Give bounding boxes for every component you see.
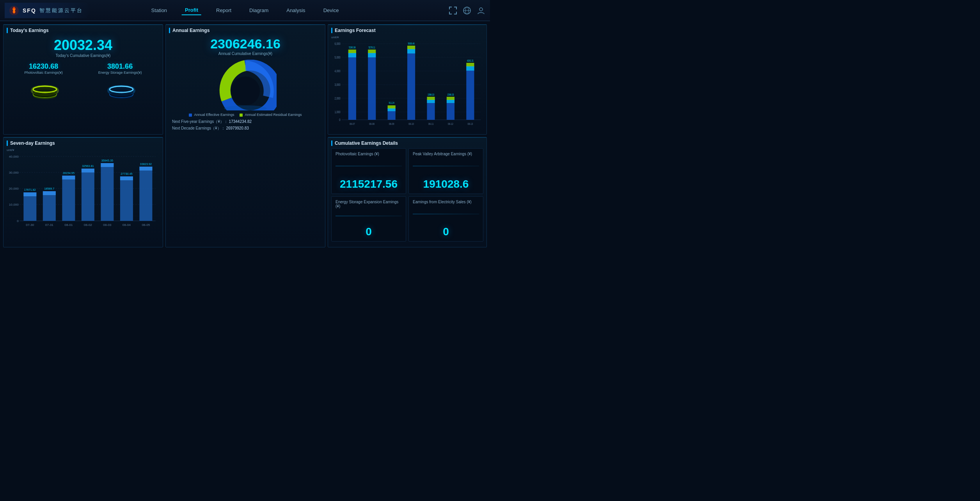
nav-station[interactable]: Station bbox=[148, 6, 170, 15]
pva-divider bbox=[413, 166, 479, 166]
ees-earnings-cell-value: 0 bbox=[413, 226, 479, 238]
svg-text:08-05: 08-05 bbox=[142, 223, 150, 227]
five-year-value: 17344234.82 bbox=[229, 119, 252, 124]
rings-row bbox=[7, 78, 160, 102]
svg-text:08-10: 08-10 bbox=[408, 122, 414, 125]
svg-text:08-02: 08-02 bbox=[84, 223, 92, 227]
main-content: Today's Earnings 20032.34 Today's Cumula… bbox=[0, 21, 490, 250]
svg-text:32563.81: 32563.81 bbox=[82, 165, 94, 168]
svg-text:911.24: 911.24 bbox=[389, 101, 394, 104]
svg-rect-95 bbox=[101, 163, 114, 167]
svg-text:33823.92: 33823.92 bbox=[140, 163, 152, 166]
pv-earnings-cell-value: 2115217.56 bbox=[336, 178, 402, 190]
svg-rect-60 bbox=[447, 97, 454, 100]
ese-earnings-cell-label: Energy Storage Expansion Earnings (¥) bbox=[336, 200, 402, 208]
svg-rect-86 bbox=[62, 176, 75, 221]
svg-text:27730.45: 27730.45 bbox=[121, 172, 132, 176]
svg-text:08-03: 08-03 bbox=[103, 223, 112, 227]
header: SFQ 智慧能源云平台 Station Profit Report Diagra… bbox=[0, 0, 490, 21]
svg-text:40,000: 40,000 bbox=[9, 155, 19, 158]
ese-earnings-cell: Energy Storage Expansion Earnings (¥) 0 bbox=[331, 196, 406, 242]
svg-text:07-31: 07-31 bbox=[45, 223, 54, 227]
svg-rect-87 bbox=[62, 176, 75, 179]
legend-row: Annual Effective Earnings Annual Estimat… bbox=[169, 113, 322, 117]
sevenday-title: Seven-day Earnings bbox=[7, 140, 160, 146]
cumulative-title: Cumulative Earnings Details bbox=[331, 140, 483, 146]
ees-earnings-cell-label: Earnings from Electricity Sales (¥) bbox=[413, 200, 479, 204]
svg-text:5,000: 5,000 bbox=[334, 55, 340, 60]
svg-text:30,000: 30,000 bbox=[9, 171, 19, 174]
user-icon[interactable] bbox=[477, 6, 485, 15]
svg-text:17671.82: 17671.82 bbox=[24, 188, 36, 192]
svg-rect-54 bbox=[427, 99, 435, 103]
svg-rect-34 bbox=[348, 53, 356, 57]
forecast-unit: unit/¥ bbox=[331, 36, 483, 39]
svg-rect-103 bbox=[139, 167, 152, 171]
es-ring bbox=[106, 78, 137, 102]
svg-rect-83 bbox=[43, 191, 56, 195]
today-big-number: 20032.34 bbox=[7, 37, 160, 53]
five-year-line: Next Five-year Earnings（¥）： 17344234.82 bbox=[172, 119, 319, 124]
legend-estimated: Annual Estimated Residual Earnings bbox=[240, 113, 302, 117]
globe-icon[interactable] bbox=[463, 6, 471, 15]
decade-line: Next Decade Earnings（¥）： 26979920.83 bbox=[172, 126, 319, 131]
nav-profit[interactable]: Profit bbox=[182, 5, 201, 15]
nav-device[interactable]: Device bbox=[320, 6, 342, 15]
ese-divider bbox=[336, 216, 402, 216]
svg-rect-94 bbox=[101, 163, 114, 221]
svg-text:08-12: 08-12 bbox=[448, 122, 453, 125]
cumulative-grid: Photovoltaic Earnings (¥) 2115217.56 Pea… bbox=[331, 148, 483, 242]
annual-label: Annual Cumulative Earnings(¥) bbox=[169, 52, 322, 56]
svg-rect-50 bbox=[407, 46, 415, 49]
pva-earnings-cell-label: Peak Valley Arbitrage Earnings (¥) bbox=[413, 152, 479, 156]
svg-rect-65 bbox=[466, 63, 474, 66]
annual-earnings-panel: Annual Earnings 2306246.16 Annual Cumula… bbox=[165, 24, 325, 247]
svg-rect-63 bbox=[466, 66, 474, 120]
svg-rect-38 bbox=[368, 53, 376, 120]
donut-container bbox=[169, 60, 322, 110]
forecast-chart: 0 1,000 2,000 3,000 4,000 5,000 6,000 52… bbox=[331, 40, 483, 130]
es-earnings-item: 3801.66 Energy Storage Earnings(¥) bbox=[98, 62, 142, 75]
svg-rect-55 bbox=[427, 97, 435, 100]
es-earnings-label: Energy Storage Earnings(¥) bbox=[98, 71, 142, 75]
svg-rect-48 bbox=[407, 49, 415, 120]
es-earnings-number: 3801.66 bbox=[98, 62, 142, 71]
svg-rect-33 bbox=[348, 53, 356, 120]
svg-text:10,000: 10,000 bbox=[9, 203, 19, 206]
svg-text:07-30: 07-30 bbox=[26, 223, 34, 227]
svg-text:35945.35: 35945.35 bbox=[101, 159, 113, 162]
svg-rect-35 bbox=[348, 50, 356, 53]
svg-text:08-11: 08-11 bbox=[428, 122, 434, 125]
svg-text:5290.38: 5290.38 bbox=[349, 46, 356, 49]
svg-text:18589.7: 18589.7 bbox=[44, 187, 54, 190]
sevenday-unit: unit/¥ bbox=[7, 148, 160, 152]
todays-earnings-panel: Today's Earnings 20032.34 Today's Cumula… bbox=[3, 24, 163, 135]
svg-text:0: 0 bbox=[339, 118, 340, 122]
annual-earnings-title: Annual Earnings bbox=[169, 28, 322, 33]
svg-rect-79 bbox=[23, 192, 36, 196]
sevenday-earnings-panel: Seven-day Earnings unit/¥ 0 10,000 20,00… bbox=[3, 137, 163, 247]
svg-text:5278.11: 5278.11 bbox=[369, 46, 376, 49]
ees-divider bbox=[413, 214, 479, 214]
nav-analysis[interactable]: Analysis bbox=[283, 6, 308, 15]
svg-text:08-01: 08-01 bbox=[64, 223, 73, 227]
svg-rect-44 bbox=[388, 108, 396, 111]
pv-earnings-number: 16230.68 bbox=[25, 62, 63, 71]
svg-rect-90 bbox=[82, 169, 94, 221]
expand-icon[interactable] bbox=[449, 6, 457, 15]
svg-rect-102 bbox=[139, 167, 152, 221]
svg-rect-39 bbox=[368, 53, 376, 57]
svg-text:1598.33: 1598.33 bbox=[447, 93, 454, 96]
svg-text:1,000: 1,000 bbox=[334, 110, 340, 114]
svg-rect-45 bbox=[388, 105, 396, 108]
svg-point-17 bbox=[231, 76, 260, 105]
pva-earnings-cell-value: 191028.6 bbox=[413, 178, 479, 190]
pv-ring bbox=[29, 78, 60, 102]
legend-effective: Annual Effective Earnings bbox=[189, 113, 234, 117]
nav-report[interactable]: Report bbox=[213, 6, 234, 15]
svg-text:4262.21: 4262.21 bbox=[467, 59, 474, 62]
nav-diagram[interactable]: Diagram bbox=[246, 6, 272, 15]
svg-rect-64 bbox=[466, 66, 474, 71]
svg-text:08-09: 08-09 bbox=[389, 122, 394, 125]
svg-rect-99 bbox=[120, 176, 133, 180]
